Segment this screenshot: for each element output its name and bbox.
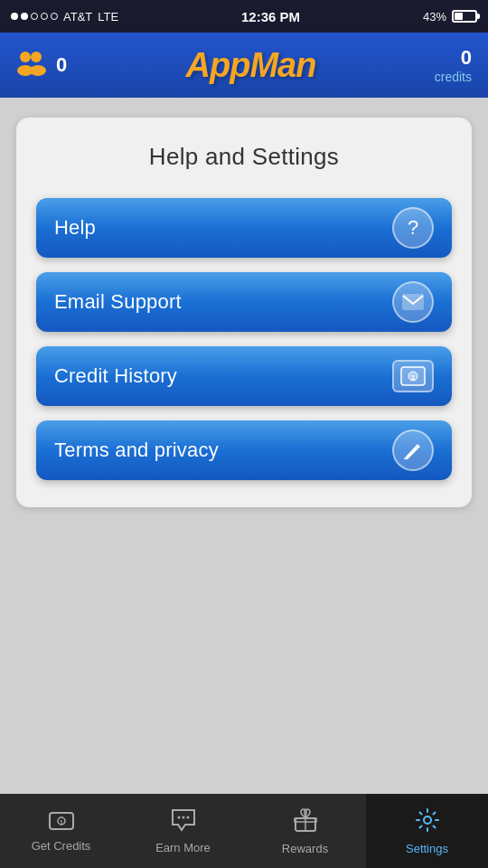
credits-count: 0: [435, 46, 472, 70]
email-support-button[interactable]: Email Support: [36, 272, 452, 332]
help-button[interactable]: Help ?: [36, 198, 452, 258]
status-bar: AT&T LTE 12:36 PM 43%: [0, 0, 488, 33]
card-title: Help and Settings: [36, 143, 452, 171]
rewards-icon: [294, 807, 317, 838]
help-icon: ?: [392, 207, 434, 249]
svg-point-11: [177, 816, 180, 818]
svg-point-12: [182, 816, 184, 818]
help-label: Help: [54, 216, 96, 240]
app-logo: AppMan: [186, 46, 316, 85]
user-count: 0: [56, 53, 67, 77]
battery-icon: [452, 10, 477, 23]
status-right: 43%: [423, 10, 477, 24]
email-support-label: Email Support: [54, 290, 182, 314]
battery-percent: 43%: [423, 10, 446, 24]
tab-bar: 1 Get Credits Earn More Rewards: [0, 794, 488, 868]
earn-more-icon: [171, 808, 196, 837]
email-icon: [392, 281, 434, 323]
dot-3: [31, 13, 38, 20]
terms-privacy-button[interactable]: Terms and privacy: [36, 420, 452, 480]
earn-more-label: Earn More: [155, 841, 211, 854]
carrier-label: AT&T: [63, 10, 92, 24]
svg-point-0: [20, 52, 31, 62]
credits-display: 0 credits: [435, 46, 472, 84]
dot-4: [41, 13, 48, 20]
status-left: AT&T LTE: [11, 10, 118, 24]
tab-earn-more[interactable]: Earn More: [122, 794, 244, 868]
settings-label: Settings: [406, 842, 448, 855]
credit-history-label: Credit History: [54, 364, 177, 388]
tab-settings[interactable]: Settings: [366, 794, 488, 868]
svg-text:1: 1: [60, 819, 63, 826]
battery-fill: [455, 13, 463, 20]
svg-text:1: 1: [411, 373, 416, 382]
tab-get-credits[interactable]: 1 Get Credits: [0, 794, 122, 868]
header: 0 AppMan 0 credits: [0, 33, 488, 98]
dot-5: [51, 13, 58, 20]
svg-point-13: [186, 816, 189, 818]
svg-point-15: [424, 816, 431, 824]
network-label: LTE: [98, 10, 118, 24]
dot-1: [11, 13, 18, 20]
credit-history-button[interactable]: Credit History 1: [36, 346, 452, 406]
signal-dots: [11, 13, 58, 20]
svg-point-1: [31, 52, 42, 62]
header-left: 0: [16, 49, 67, 82]
people-icon: [16, 49, 49, 82]
svg-point-3: [30, 65, 46, 76]
credit-history-icon: 1: [392, 360, 434, 392]
content-area: Help and Settings Help ? Email Support C…: [0, 98, 488, 794]
dot-2: [21, 13, 28, 20]
svg-rect-4: [402, 294, 424, 310]
settings-card: Help and Settings Help ? Email Support C…: [16, 118, 472, 507]
terms-privacy-label: Terms and privacy: [54, 439, 219, 462]
get-credits-label: Get Credits: [32, 839, 91, 853]
tab-rewards[interactable]: Rewards: [244, 794, 366, 868]
settings-icon: [415, 807, 440, 838]
credits-label: credits: [435, 70, 472, 84]
get-credits-icon: 1: [49, 810, 74, 835]
time-display: 12:36 PM: [241, 9, 300, 24]
terms-icon: [392, 429, 434, 471]
rewards-label: Rewards: [282, 842, 328, 855]
